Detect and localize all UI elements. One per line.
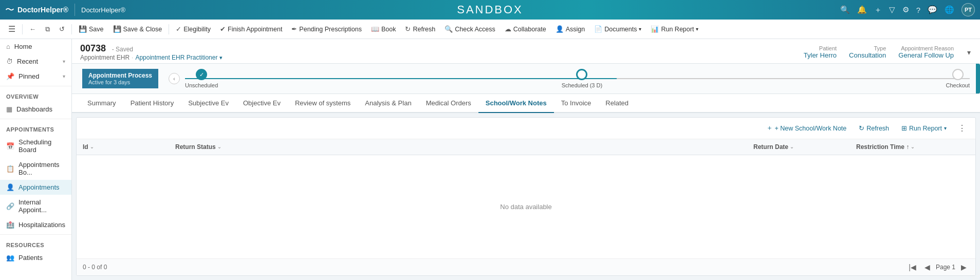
progress-section: Appointment Process Active for 3 days ‹ … [72,64,980,94]
book-icon: 📖 [371,25,379,33]
bell-icon[interactable]: 🔔 [857,5,867,14]
check-access-button[interactable]: 🔍 Check Access [440,23,500,35]
sort-icon-status: ⌄ [217,144,221,150]
tabs-bar: Summary Patient History Subjective Ev Ob… [72,94,980,113]
step-label-scheduled: Scheduled (3 D) [562,82,603,88]
sidebar-item-patients[interactable]: 👥 Patients [0,250,71,265]
tab-school-work[interactable]: School/Work Notes [478,94,554,113]
column-header-restriction-time[interactable]: Restriction Time ↑ ⌄ [856,143,969,151]
copy-button[interactable]: ⧉ [41,23,54,35]
step-scheduled[interactable]: Scheduled (3 D) [562,69,603,88]
reason-value[interactable]: General Follow Up [898,51,954,59]
step-unscheduled[interactable]: ✓ Unscheduled [185,69,218,88]
patient-value[interactable]: Tyler Herro [804,51,837,59]
table-toolbar: ＋ + New School/Work Note ↻ Refresh ⊞ Run… [77,118,975,139]
type-value[interactable]: Consultation [849,51,886,59]
gear-icon[interactable]: ⚙ [902,5,909,14]
sidebar-item-appointments[interactable]: 👤 Appointments [0,180,71,195]
save-close-button[interactable]: 💾 Save & Close [109,23,167,35]
breadcrumb-chevron-icon[interactable]: ▾ [219,54,223,61]
assign-button[interactable]: 👤 Assign [551,23,589,35]
page-next-button[interactable]: ▶ [958,262,969,272]
tab-review[interactable]: Review of systems [288,94,358,113]
table-footer: 0 - 0 of 0 |◀ ◀ Page 1 ▶ [77,258,975,275]
table-more-button[interactable]: ⋮ [955,122,969,134]
finish-appointment-button[interactable]: ✔ Finish Appointment [216,23,286,35]
run-report-button[interactable]: 📊 Run Report ▾ [646,23,702,35]
breadcrumb-practitioner[interactable]: Appointment EHR Practitioner [135,54,217,61]
sidebar-item-pinned[interactable]: 📌 Pinned ▾ [0,69,71,84]
step-label-unscheduled: Unscheduled [185,82,218,88]
sort-icon-id: ⌄ [90,144,94,150]
tab-analysis[interactable]: Analysis & Plan [358,94,418,113]
page-prev-button[interactable]: ◀ [922,262,933,272]
sidebar-item-hospitalizations[interactable]: 🏥 Hospitalizations [0,217,71,232]
pending-prescriptions-button[interactable]: ✒ Pending Prescriptions [287,23,366,35]
table-run-report-button[interactable]: ⊞ Run Report ▾ [897,122,951,134]
documents-button[interactable]: 📄 Documents ▾ [590,23,645,35]
sidebar-item-label: Appointments Bo... [19,161,65,176]
sidebar-divider-3 [0,234,71,235]
sidebar-divider-2 [0,119,71,119]
separator-2 [71,24,72,34]
record-meta-expand-button[interactable]: ▾ [966,47,972,58]
sidebar-item-dashboards[interactable]: ▦ Dashboards [0,102,71,117]
chat-icon[interactable]: 💬 [928,5,937,14]
clock-icon: ⏱ [6,58,13,65]
sidebar-item-home[interactable]: ⌂ Home [0,39,71,54]
save-icon: 💾 [79,25,87,33]
pin-icon: 📌 [6,72,14,80]
tab-subjective[interactable]: Subjective Ev [181,94,236,113]
sidebar-item-label: Patients [19,254,43,262]
collaborate-button[interactable]: ☁ Collaborate [501,23,550,35]
prescription-icon: ✒ [291,25,297,33]
table-refresh-button[interactable]: ↻ Refresh [855,122,893,134]
step-checkout[interactable]: Checkout [946,69,970,88]
column-header-id[interactable]: Id ⌄ [83,143,175,151]
heartbeat-icon: 〜 [5,4,14,16]
user-icon: 👤 [6,183,14,191]
sidebar-item-appointments-bo[interactable]: 📋 Appointments Bo... [0,157,71,180]
active-step-name: Appointment Process [88,72,152,79]
sidebar-item-recent[interactable]: ⏱ Recent ▾ [0,54,71,69]
sidebar-item-label: Home [14,43,32,50]
avatar[interactable]: PT [961,3,975,16]
question-icon[interactable]: ? [916,6,920,14]
collapse-progress-button[interactable]: ‹ [169,73,180,84]
tab-related[interactable]: Related [598,94,636,113]
save-button[interactable]: 💾 Save [75,23,108,35]
sidebar-item-internal-appoint[interactable]: 🔗 Internal Appoint... [0,195,71,217]
column-header-return-status[interactable]: Return Status ⌄ [175,143,753,151]
logo-area: 〜 DoctorHelper® [5,4,75,16]
refresh-doc-button[interactable]: ↺ [55,23,69,35]
tab-objective[interactable]: Objective Ev [236,94,288,113]
book-button[interactable]: 📖 Book [367,23,400,35]
documents-icon: 📄 [594,25,602,33]
tab-medical-orders[interactable]: Medical Orders [419,94,478,113]
search-icon[interactable]: 🔍 [840,5,850,14]
tab-invoice[interactable]: To Invoice [554,94,599,113]
step-label-checkout: Checkout [946,82,970,88]
refresh-button[interactable]: ↻ Refresh [401,23,439,35]
sandbox-title: SANDBOX [457,3,523,16]
sidebar-divider [0,86,71,86]
tab-patient-history[interactable]: Patient History [123,94,181,113]
new-school-work-note-button[interactable]: ＋ + New School/Work Note [762,122,851,135]
plus-icon[interactable]: ＋ [874,5,882,15]
column-header-return-date[interactable]: Return Date ⌄ [753,143,856,151]
tab-summary[interactable]: Summary [80,94,123,113]
globe-icon[interactable]: 🌐 [945,5,954,14]
sidebar-item-scheduling-board[interactable]: 📅 Scheduling Board [0,135,71,157]
hamburger-menu[interactable]: ☰ [4,22,20,36]
content-area: 00738 - Saved Appointment EHR · Appointm… [72,39,980,280]
page-first-button[interactable]: |◀ [906,262,919,272]
filter-icon[interactable]: ▽ [889,5,895,14]
refresh-doc-icon: ↺ [59,25,65,33]
progress-bar: ✓ Unscheduled Scheduled (3 D) Checkout [185,69,970,88]
record-id-area: 00738 - Saved Appointment EHR · Appointm… [80,43,223,61]
sidebar: ⌂ Home ⏱ Recent ▾ 📌 Pinned ▾ Overview ▦ … [0,39,72,280]
back-button[interactable]: ← [25,23,40,35]
step-circle-checkout [952,69,964,80]
sidebar-section-appointments: Appointments [0,121,71,135]
eligibility-button[interactable]: ✓ Elegibility [172,23,215,35]
